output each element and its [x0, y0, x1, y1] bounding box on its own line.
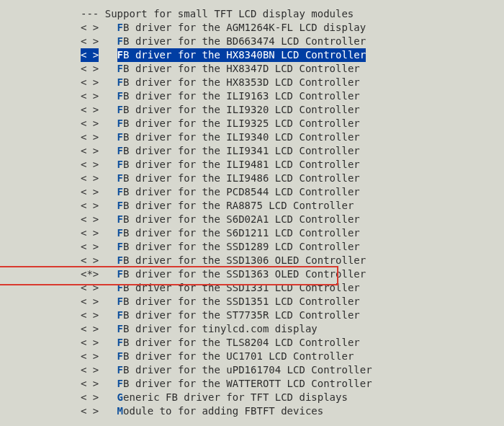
tristate-field[interactable]: < > — [81, 48, 99, 62]
menu-item[interactable]: < > FB driver for the HX8340BN LCD Contr… — [0, 48, 504, 62]
tristate-field[interactable]: < > — [81, 117, 99, 129]
tristate-field[interactable]: < > — [81, 241, 99, 252]
hotkey-char: F — [117, 172, 123, 184]
tristate-field[interactable]: < > — [81, 200, 99, 211]
tristate-field[interactable]: < > — [81, 63, 99, 74]
tristate-field[interactable]: < > — [81, 296, 99, 307]
menu-item-text: B driver for the RA8875 LCD Controller — [123, 200, 354, 211]
menu-item-text: B driver for the AGM1264K-FL LCD display — [123, 22, 366, 33]
menu-item[interactable]: < > FB driver for the uPD161704 LCD Cont… — [0, 363, 504, 377]
tristate-field[interactable]: < > — [81, 405, 99, 417]
menu-item[interactable]: <*> FB driver for the SSD1363 OLED Contr… — [0, 267, 504, 281]
hotkey-char: F — [117, 241, 123, 252]
tristate-field[interactable]: < > — [81, 227, 99, 239]
menu-item[interactable]: < > FB driver for the ILI9340 LCD Contro… — [0, 130, 504, 144]
menu-item[interactable]: < > FB driver for the PCD8544 LCD Contro… — [0, 185, 504, 199]
hotkey-char: F — [117, 323, 123, 334]
menu-item-text: B driver for the PCD8544 LCD Controller — [123, 186, 360, 198]
hotkey-char: F — [117, 22, 123, 33]
tristate-field[interactable]: < > — [81, 254, 99, 266]
menu-item-text: B driver for the HX8353D LCD Controller — [123, 76, 360, 88]
tristate-field[interactable]: < > — [81, 186, 99, 198]
menu-item-text: B driver for the ILI9163 LCD Controller — [123, 90, 360, 102]
menu-item-text: B driver for the SSD1289 LCD Controller — [123, 241, 360, 252]
menu-item-text: odule to for adding FBTFT devices — [123, 405, 323, 417]
hotkey-char: F — [117, 309, 123, 321]
tristate-field[interactable]: < > — [81, 378, 99, 389]
hotkey-char: F — [117, 76, 123, 88]
tristate-field[interactable]: < > — [81, 337, 99, 348]
menu-item[interactable]: < > FB driver for the SSD1351 LCD Contro… — [0, 295, 504, 309]
hotkey-char: F — [117, 227, 123, 239]
menu-item[interactable]: < > FB driver for the AGM1264K-FL LCD di… — [0, 21, 504, 35]
hotkey-char: F — [117, 63, 123, 74]
menu-item[interactable]: < > FB driver for the ILI9486 LCD Contro… — [0, 172, 504, 185]
menu-item[interactable]: < > FB driver for the TLS8204 LCD Contro… — [0, 336, 504, 350]
menu-item-text: B driver for the TLS8204 LCD Controller — [123, 337, 360, 348]
menu-item[interactable]: < > FB driver for the HX8353D LCD Contro… — [0, 76, 504, 89]
menu-item[interactable]: < > Generic FB driver for TFT LCD displa… — [0, 391, 504, 404]
tristate-field[interactable]: < > — [81, 172, 99, 184]
tristate-field[interactable]: < > — [81, 90, 99, 102]
menu-item[interactable]: < > FB driver for the ST7735R LCD Contro… — [0, 309, 504, 322]
menu-item[interactable]: < > Module to for adding FBTFT devices — [0, 404, 504, 418]
tristate-field[interactable]: < > — [81, 213, 99, 225]
menu-item[interactable]: < > FB driver for the UC1701 LCD Control… — [0, 350, 504, 363]
hotkey-char: F — [117, 49, 123, 61]
menu-item-text: B driver for tinylcd.com display — [123, 323, 318, 334]
menu-item-text: B driver for the SSD1351 LCD Controller — [123, 296, 360, 307]
menu-item[interactable]: < > FB driver for the ILI9341 LCD Contro… — [0, 144, 504, 158]
menu-item-text: B driver for the uPD161704 LCD Controlle… — [123, 364, 372, 376]
menu-item[interactable]: < > FB driver for the RA8875 LCD Control… — [0, 199, 504, 213]
hotkey-char: F — [117, 186, 123, 198]
hotkey-char: F — [117, 213, 123, 225]
menu-item-text: B driver for the ILI9320 LCD Controller — [123, 104, 360, 115]
menu-item-text: B driver for the ILI9481 LCD Controller — [123, 159, 360, 170]
menu-item-text: B driver for the WATTEROTT LCD Controlle… — [123, 378, 372, 389]
menu-item[interactable]: < > FB driver for the WATTEROTT LCD Cont… — [0, 377, 504, 391]
menu-item[interactable]: < > FB driver for tinylcd.com display — [0, 322, 504, 336]
menu-item-text: B driver for the S6D02A1 LCD Controller — [123, 213, 360, 225]
tristate-field[interactable]: < > — [81, 145, 99, 156]
hotkey-char: F — [117, 296, 123, 307]
menu-item-text: B driver for the HX8347D LCD Controller — [123, 63, 360, 74]
menu-item-text: B driver for the ST7735R LCD Controller — [123, 309, 360, 321]
tristate-field[interactable]: < > — [81, 364, 99, 376]
menu-item-text: B driver for the SSD1331 LCD Controller — [123, 282, 360, 293]
menu-item-text: B driver for the ILI9486 LCD Controller — [123, 172, 360, 184]
menu-item-text: B driver for the SSD1306 OLED Controller — [123, 254, 366, 266]
tristate-field[interactable]: < > — [81, 104, 99, 115]
menu-item[interactable]: < > FB driver for the SSD1306 OLED Contr… — [0, 254, 504, 267]
tristate-field[interactable]: < > — [81, 309, 99, 321]
hotkey-char: F — [117, 254, 123, 266]
menu-item[interactable]: < > FB driver for the SSD1289 LCD Contro… — [0, 240, 504, 254]
tristate-field[interactable]: < > — [81, 35, 99, 47]
tristate-field[interactable]: < > — [81, 391, 99, 403]
tristate-field[interactable]: < > — [81, 131, 99, 143]
menu-item[interactable]: < > FB driver for the S6D1211 LCD Contro… — [0, 226, 504, 240]
menu-item[interactable]: < > FB driver for the SSD1331 LCD Contro… — [0, 281, 504, 295]
menu-item[interactable]: < > FB driver for the ILI9163 LCD Contro… — [0, 89, 504, 103]
menu-item-text: B driver for the BD663474 LCD Controller — [123, 35, 366, 47]
hotkey-char: F — [117, 131, 123, 143]
menu-item-text: B driver for the S6D1211 LCD Controller — [123, 227, 360, 239]
hotkey-char: F — [117, 268, 123, 280]
tristate-field[interactable]: < > — [81, 323, 99, 334]
tristate-field[interactable]: < > — [81, 350, 99, 362]
menu-item-text: B driver for the ILI9325 LCD Controller — [123, 117, 360, 129]
menu-item[interactable]: < > FB driver for the ILI9325 LCD Contro… — [0, 117, 504, 130]
menu-item[interactable]: < > FB driver for the HX8347D LCD Contro… — [0, 62, 504, 76]
hotkey-char: F — [117, 35, 123, 47]
tristate-field[interactable]: < > — [81, 159, 99, 170]
tristate-field[interactable]: <*> — [81, 268, 99, 280]
menu-item[interactable]: < > FB driver for the ILI9481 LCD Contro… — [0, 158, 504, 172]
menu-item-text: B driver for the ILI9341 LCD Controller — [123, 145, 360, 156]
tristate-field[interactable]: < > — [81, 282, 99, 293]
tristate-field[interactable]: < > — [81, 76, 99, 88]
hotkey-char: F — [117, 117, 123, 129]
tristate-field[interactable]: < > — [81, 22, 99, 33]
menu-item[interactable]: < > FB driver for the BD663474 LCD Contr… — [0, 35, 504, 48]
hotkey-char: G — [117, 391, 123, 403]
menu-item[interactable]: < > FB driver for the ILI9320 LCD Contro… — [0, 103, 504, 117]
menu-item[interactable]: < > FB driver for the S6D02A1 LCD Contro… — [0, 213, 504, 226]
